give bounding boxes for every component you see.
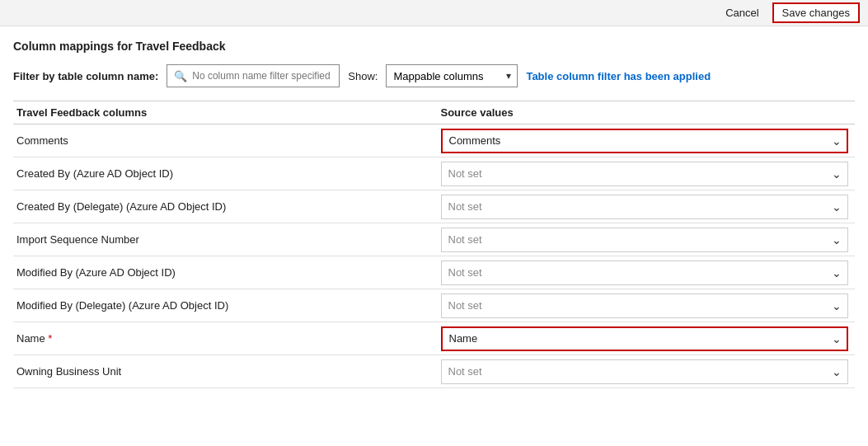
row-column-name: Owning Business Unit <box>13 359 434 384</box>
row-column-name: Import Sequence Number <box>13 227 434 252</box>
table-row: Created By (Azure AD Object ID)Not set <box>13 157 855 190</box>
row-column-name: Modified By (Azure AD Object ID) <box>13 260 434 285</box>
row-source-value: Comments <box>434 125 856 157</box>
col-right-header: Source values <box>434 106 856 119</box>
col-left-header: Travel Feedback columns <box>13 106 434 119</box>
source-select[interactable]: Name <box>441 326 849 351</box>
filter-input-wrapper: 🔍 <box>167 64 340 87</box>
show-select-wrapper: Mappable columns All columns Required co… <box>386 64 518 87</box>
top-bar-actions: Cancel Save changes <box>719 2 860 23</box>
row-column-name: Created By (Azure AD Object ID) <box>13 161 434 186</box>
filter-applied-text: Table column filter has been applied <box>526 70 711 82</box>
row-column-name: Created By (Delegate) (Azure AD Object I… <box>13 194 434 219</box>
column-filter-input[interactable] <box>192 70 332 82</box>
save-button[interactable]: Save changes <box>772 2 860 23</box>
table-row: Owning Business UnitNot set <box>13 355 855 388</box>
source-select[interactable]: Not set <box>441 162 849 186</box>
row-column-name: Name * <box>13 326 434 351</box>
source-select-wrapper: Not set <box>441 293 849 318</box>
main-content: Column mappings for Travel Feedback Filt… <box>0 26 868 388</box>
mapping-table: Travel Feedback columns Source values Co… <box>13 101 855 388</box>
source-select-wrapper: Not set <box>441 359 849 384</box>
source-select-wrapper: Name <box>441 326 849 351</box>
search-icon: 🔍 <box>174 70 187 82</box>
table-header: Travel Feedback columns Source values <box>13 101 855 124</box>
show-select[interactable]: Mappable columns All columns Required co… <box>386 64 518 87</box>
required-indicator: * <box>48 332 52 345</box>
filter-label: Filter by table column name: <box>13 70 158 82</box>
source-select[interactable]: Not set <box>441 261 849 285</box>
row-source-value: Not set <box>434 158 856 190</box>
source-select[interactable]: Not set <box>441 359 849 384</box>
source-select[interactable]: Not set <box>441 195 849 219</box>
row-column-name: Modified By (Delegate) (Azure AD Object … <box>13 293 434 318</box>
source-select[interactable]: Not set <box>441 228 849 252</box>
source-select-wrapper: Not set <box>441 162 849 186</box>
table-row: Modified By (Delegate) (Azure AD Object … <box>13 289 855 322</box>
row-source-value: Not set <box>434 224 856 256</box>
row-source-value: Not set <box>434 257 856 289</box>
source-select[interactable]: Not set <box>441 293 849 318</box>
row-source-value: Not set <box>434 356 856 387</box>
page-title: Column mappings for Travel Feedback <box>13 40 855 53</box>
row-source-value: Name <box>434 323 856 354</box>
table-row: CommentsComments <box>13 124 855 157</box>
source-select-wrapper: Not set <box>441 261 849 285</box>
source-select-wrapper: Not set <box>441 195 849 219</box>
cancel-button[interactable]: Cancel <box>719 4 765 21</box>
table-rows: CommentsCommentsCreated By (Azure AD Obj… <box>13 124 855 388</box>
table-row: Created By (Delegate) (Azure AD Object I… <box>13 190 855 223</box>
table-row: Import Sequence NumberNot set <box>13 223 855 256</box>
top-bar: Cancel Save changes <box>0 0 868 26</box>
source-select-wrapper: Comments <box>441 129 849 153</box>
filter-row: Filter by table column name: 🔍 Show: Map… <box>13 64 855 87</box>
source-select-wrapper: Not set <box>441 228 849 252</box>
table-row: Name *Name <box>13 322 855 355</box>
table-row: Modified By (Azure AD Object ID)Not set <box>13 256 855 289</box>
row-source-value: Not set <box>434 191 856 223</box>
show-label: Show: <box>348 70 378 82</box>
row-column-name: Comments <box>13 128 434 153</box>
row-source-value: Not set <box>434 290 856 322</box>
source-select[interactable]: Comments <box>441 129 849 153</box>
